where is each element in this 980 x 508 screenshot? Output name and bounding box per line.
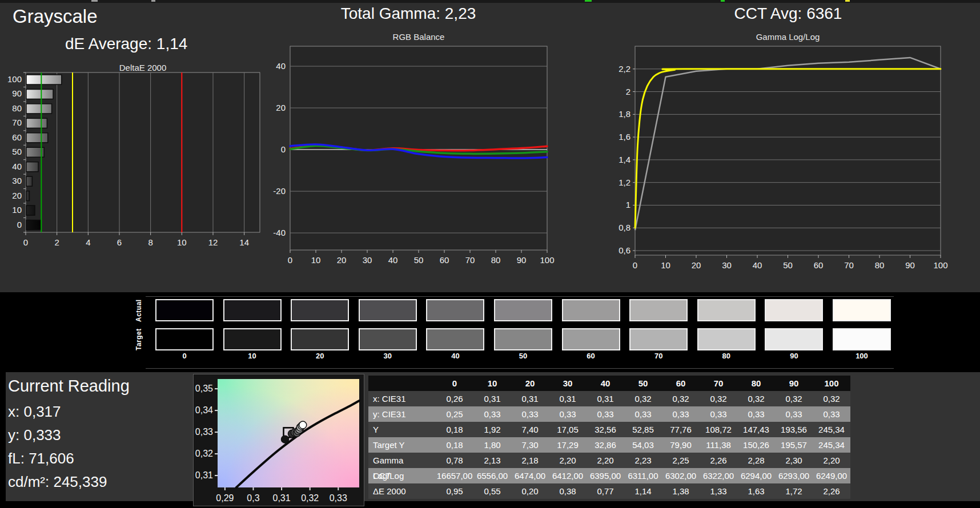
table-cell: 2,26 (813, 483, 850, 499)
x-axis-label: 20 (692, 260, 701, 268)
table-cell: 0,33 (549, 406, 587, 422)
cie-x-label: 0,31 (273, 493, 291, 503)
y-axis-label: 0,6 (618, 245, 630, 255)
actual-swatch-30 (359, 299, 417, 321)
table-cell: 195,57 (775, 437, 813, 453)
y-axis-label: 0 (281, 144, 286, 154)
actual-swatch-20 (291, 299, 349, 321)
swatch-level-label: 40 (426, 352, 484, 360)
x-axis-label: 70 (465, 255, 475, 265)
target-swatch-30 (359, 328, 417, 350)
actual-swatch-90 (765, 299, 823, 321)
cie-y-label: 0,31 (195, 470, 213, 480)
deltae-bar-chart: 100908070605040302010002468101214 (0, 62, 274, 256)
table-cell: 1,92 (473, 422, 511, 437)
total-gamma-value: Total Gamma: 2,23 (246, 5, 571, 23)
table-corner-cell (368, 376, 436, 391)
table-cell: 16657,00 (436, 468, 473, 483)
table-cell: 0,20 (511, 483, 549, 499)
table-cell: 6302,00 (662, 468, 700, 483)
table-cell: 54,03 (624, 437, 662, 453)
y-axis-label: 2 (626, 87, 630, 96)
table-cell: 6556,00 (473, 468, 511, 483)
table-row: ΔE 20000,950,550,200,380,771,141,381,331… (368, 483, 850, 499)
band-divider-bottom (146, 368, 894, 369)
x-axis-label: 90 (905, 260, 915, 268)
table-row-label: y: CIE31 (368, 406, 436, 422)
y-axis-label: 20 (276, 103, 286, 112)
cie-x-label: 0,3 (247, 493, 259, 503)
de-bar-10 (26, 205, 35, 215)
y-axis-label: 90 (12, 88, 22, 98)
table-cell: 0,33 (813, 406, 850, 422)
x-axis-label: 40 (753, 260, 762, 268)
table-cell: 6249,00 (813, 468, 850, 483)
table-cell: 111,38 (700, 437, 737, 453)
y-axis-label: 0,8 (618, 223, 630, 232)
table-cell: 0,26 (436, 391, 473, 406)
table-row-label: CCT (368, 468, 436, 483)
table-cell: 2,20 (549, 453, 587, 468)
table-cell: 1,63 (737, 483, 775, 499)
reading-y-value: y: 0,333 (8, 426, 61, 444)
cie-chromaticity-diagram: 0,290,30,310,320,330,350,340,330,320,31 (193, 374, 364, 506)
table-cell: 77,76 (662, 422, 700, 437)
rgb-balance-chart: 40200-20-400102030405060708090100 (246, 40, 577, 268)
actual-swatch-80 (697, 299, 756, 321)
x-axis-label: 60 (814, 260, 824, 268)
page-title: Grayscale (13, 6, 98, 27)
table-cell: 0,33 (511, 406, 549, 422)
de-bar-30 (26, 176, 32, 186)
y-axis-label: 50 (12, 147, 22, 156)
y-axis-label: 1,2 (618, 178, 630, 187)
table-cell: 7,40 (511, 422, 549, 437)
table-cell: 0,78 (436, 453, 473, 468)
x-axis-label: 100 (540, 255, 554, 265)
table-cell: 0,55 (473, 483, 511, 499)
y-axis-label: 40 (276, 61, 286, 71)
y-axis-label: 0 (17, 220, 22, 229)
target-swatch-100 (833, 328, 891, 350)
x-axis-label: 0 (633, 260, 637, 268)
swatch-level-label: 90 (765, 352, 823, 360)
table-column-header: 10 (473, 376, 511, 391)
swatch-level-label: 20 (291, 352, 349, 360)
table-cell: 0,33 (587, 406, 624, 422)
table-cell: 0,31 (511, 391, 549, 406)
table-cell: 2,25 (662, 453, 700, 468)
y-axis-label: 10 (12, 205, 22, 215)
actual-swatch-50 (494, 299, 552, 321)
target-row-label: Target (135, 328, 144, 352)
de-bar-80 (26, 104, 52, 114)
table-column-header: 80 (737, 376, 775, 391)
actual-swatch-70 (629, 299, 688, 321)
current-reading-title: Current Reading (8, 377, 130, 396)
y-axis-label: -20 (273, 186, 286, 196)
table-row: y: CIE310,250,330,330,330,330,330,330,33… (368, 406, 850, 422)
x-axis-label: 12 (208, 237, 218, 247)
table-column-header: 90 (775, 376, 813, 391)
y-axis-label: 1 (626, 200, 630, 209)
actual-row-label: Actual (135, 299, 144, 322)
top-strip-mark (151, 0, 155, 2)
y-axis-label: 100 (7, 74, 22, 84)
table-cell: 0,33 (624, 406, 662, 422)
table-row: Gamma Log/Log0,782,132,182,202,202,232,2… (368, 453, 850, 468)
actual-swatch-0 (155, 299, 214, 321)
target-swatch-90 (765, 328, 823, 350)
y-axis-label: 1,6 (618, 132, 630, 142)
table-cell: 245,34 (813, 437, 850, 453)
table-cell: 245,34 (813, 422, 850, 437)
table-row-label: Target Y (368, 437, 436, 453)
x-axis-label: 0 (288, 255, 292, 265)
left-edge (0, 372, 6, 501)
table-cell: 0,18 (436, 422, 473, 437)
cie-y-label: 0,34 (195, 405, 213, 415)
swatch-level-label: 0 (155, 352, 214, 360)
x-axis-label: 6 (117, 237, 122, 247)
table-cell: 2,18 (511, 453, 549, 468)
top-strip-mark (845, 0, 850, 2)
table-cell: 79,90 (662, 437, 700, 453)
table-cell: 0,32 (624, 391, 662, 406)
table-column-header: 40 (587, 376, 624, 391)
